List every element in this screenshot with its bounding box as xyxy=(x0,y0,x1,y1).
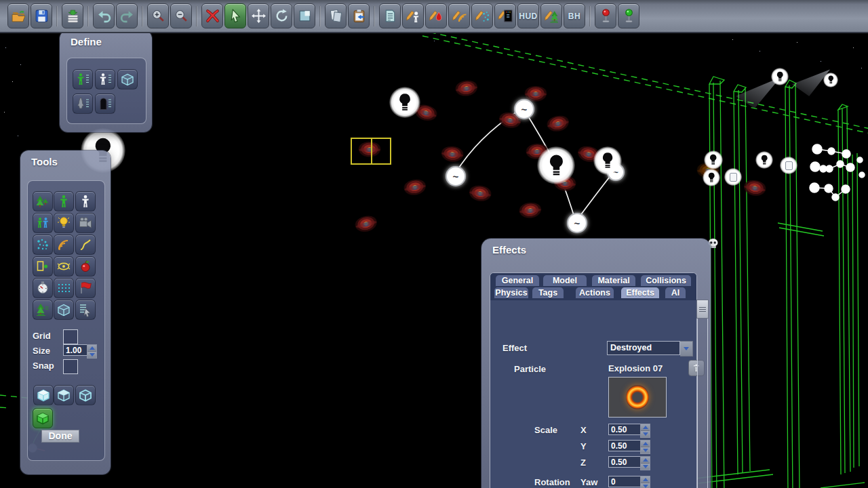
marker-green-button[interactable] xyxy=(618,3,639,28)
copy-button[interactable] xyxy=(325,3,347,28)
object-marker[interactable] xyxy=(780,157,797,174)
waypoint-node[interactable]: ~ xyxy=(446,166,466,186)
scale-x-stepper[interactable] xyxy=(640,424,650,438)
edit-particles-button[interactable] xyxy=(471,3,493,28)
enemy-ship[interactable] xyxy=(454,79,480,99)
scale-z-input[interactable] xyxy=(608,456,641,468)
effect-dropdown[interactable]: Destroyed xyxy=(607,341,693,357)
waypoint-node[interactable]: ~ xyxy=(567,213,587,233)
cube-mode-add-button[interactable] xyxy=(33,408,53,428)
bh-button[interactable]: BH xyxy=(564,3,585,28)
marker-red-button[interactable] xyxy=(595,3,616,28)
save-button[interactable] xyxy=(31,3,52,28)
tool-block-button[interactable] xyxy=(54,300,74,320)
tool-camera-button[interactable] xyxy=(75,213,96,233)
scale-z-stepper[interactable] xyxy=(640,456,650,470)
light-marker[interactable] xyxy=(389,87,420,118)
light-marker[interactable] xyxy=(771,68,789,85)
hud-button[interactable]: HUD xyxy=(517,3,539,28)
effects-scrollbar-thumb[interactable] xyxy=(696,300,709,319)
enemy-ship[interactable] xyxy=(545,114,572,135)
light-marker[interactable] xyxy=(537,146,575,184)
define-ship-button[interactable] xyxy=(73,94,93,114)
tool-pickup-button[interactable] xyxy=(75,256,96,277)
rotation-yaw-stepper[interactable] xyxy=(640,476,650,488)
done-button[interactable]: Done xyxy=(41,430,79,443)
enemy-ship[interactable] xyxy=(741,178,768,199)
scale-x-input[interactable] xyxy=(608,424,641,435)
size-stepper[interactable] xyxy=(87,344,97,359)
tool-path-button[interactable] xyxy=(75,235,96,255)
effects-scrollbar-track[interactable] xyxy=(697,301,708,488)
enemy-ship[interactable] xyxy=(467,184,494,204)
light-marker[interactable] xyxy=(755,151,773,169)
chevron-down-icon[interactable] xyxy=(680,341,693,357)
tab-actions[interactable]: Actions xyxy=(576,287,614,298)
size-input[interactable] xyxy=(63,344,87,356)
cube-mode-solid-button[interactable] xyxy=(33,385,54,405)
tab-general[interactable]: General xyxy=(496,275,539,286)
open-button[interactable] xyxy=(7,3,29,28)
scale-y-input[interactable] xyxy=(608,440,641,451)
select-tool-button[interactable] xyxy=(224,3,246,28)
tool-trigger-area-button[interactable] xyxy=(33,256,53,277)
tool-particles-button[interactable] xyxy=(33,235,53,255)
tool-light-button[interactable] xyxy=(54,213,74,233)
edit-foliage-button[interactable] xyxy=(540,3,562,28)
grid-checkbox[interactable] xyxy=(63,329,78,344)
light-marker[interactable] xyxy=(703,169,720,186)
redo-button[interactable] xyxy=(116,3,138,28)
edit-sound-button[interactable] xyxy=(448,3,470,28)
edit-character-button[interactable] xyxy=(402,3,424,28)
tool-flag-button[interactable] xyxy=(75,278,96,298)
tool-grid-points-button[interactable] xyxy=(54,278,74,298)
tool-timer-button[interactable] xyxy=(33,278,53,298)
light-marker[interactable] xyxy=(823,73,838,87)
rotate-tool-button[interactable] xyxy=(271,3,292,28)
tab-ai[interactable]: AI xyxy=(665,287,686,298)
scale-y-stepper[interactable] xyxy=(640,440,650,454)
zoom-out-button[interactable] xyxy=(170,3,192,28)
tool-trees-button[interactable] xyxy=(33,191,53,211)
enemy-ship[interactable] xyxy=(439,145,465,164)
tool-foliage-button[interactable] xyxy=(33,300,53,320)
export-stack-button[interactable] xyxy=(62,3,83,28)
waypoint-node[interactable]: ~ xyxy=(514,99,534,119)
tool-script-select-button[interactable] xyxy=(75,300,96,320)
edit-liquid-button[interactable] xyxy=(425,3,447,28)
edit-screen-button[interactable] xyxy=(494,3,516,28)
tab-physics[interactable]: Physics xyxy=(494,287,528,298)
define-actor-white-button[interactable] xyxy=(95,69,115,89)
light-marker[interactable] xyxy=(593,146,622,175)
tab-effects[interactable]: Effects xyxy=(621,287,659,298)
zoom-in-button[interactable] xyxy=(147,3,169,28)
cube-mode-wire-button[interactable] xyxy=(75,385,96,405)
define-block-button[interactable] xyxy=(117,69,138,89)
tool-sound-button[interactable] xyxy=(54,235,74,255)
tool-actor-white-button[interactable] xyxy=(75,191,96,211)
tool-actor-green-button[interactable] xyxy=(54,191,74,211)
tab-model[interactable]: Model xyxy=(543,275,587,286)
tool-actors-pair-button[interactable] xyxy=(33,213,53,233)
enemy-ship[interactable] xyxy=(353,214,380,235)
snap-checkbox[interactable] xyxy=(63,359,78,374)
define-door-button[interactable] xyxy=(95,94,115,114)
cube-mode-face-button[interactable] xyxy=(54,385,74,405)
move-tool-button[interactable] xyxy=(248,3,269,28)
paste-button[interactable] xyxy=(348,3,370,28)
tab-collisions[interactable]: Collisions xyxy=(641,275,691,286)
light-marker[interactable] xyxy=(704,150,723,169)
undo-button[interactable] xyxy=(93,3,115,28)
tool-eye-button[interactable] xyxy=(54,256,74,277)
tab-material[interactable]: Material xyxy=(592,275,635,286)
enemy-ship[interactable] xyxy=(517,201,543,220)
particle-preview[interactable] xyxy=(608,377,667,418)
notes-button[interactable] xyxy=(379,3,401,28)
region-tool-button[interactable] xyxy=(294,3,315,28)
tab-tags[interactable]: Tags xyxy=(532,287,564,298)
delete-button[interactable] xyxy=(201,3,223,28)
enemy-ship[interactable] xyxy=(401,178,429,198)
rotation-yaw-input[interactable] xyxy=(608,476,641,487)
object-marker[interactable] xyxy=(724,168,742,186)
define-actor-green-button[interactable] xyxy=(73,69,93,89)
